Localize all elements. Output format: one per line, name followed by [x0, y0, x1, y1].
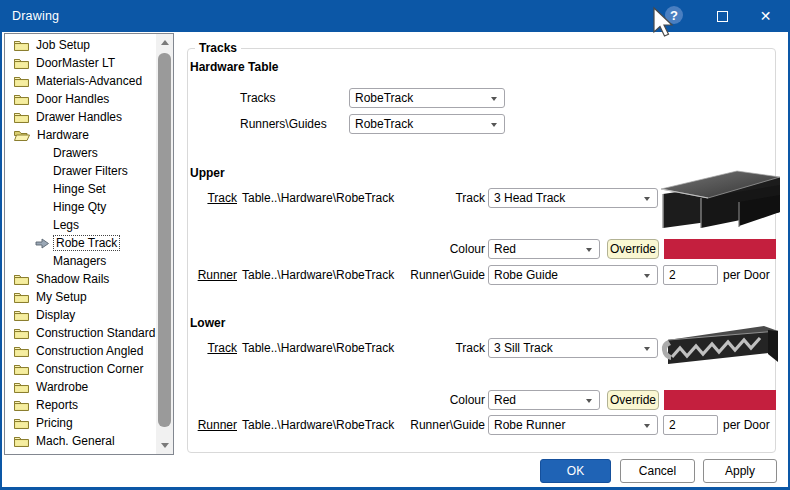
lower-per-door-label: per Door [723, 418, 770, 432]
lower-override-button[interactable]: Override [607, 390, 659, 410]
tree-item-legs[interactable]: Legs [5, 216, 155, 234]
open-folder-icon [13, 128, 31, 142]
runners-guides-combobox[interactable]: RobeTrack [349, 114, 505, 134]
scroll-down-icon [161, 443, 169, 452]
runners-guides-combobox-value: RobeTrack [350, 117, 491, 131]
maximize-button[interactable] [700, 0, 745, 32]
lower-colour-combobox-value: Red [489, 393, 586, 407]
tree-item-label: Door Handles [36, 92, 109, 106]
upper-override-button[interactable]: Override [607, 239, 659, 259]
tracks-combobox[interactable]: RobeTrack [349, 88, 505, 108]
tree-item-drawer-filters[interactable]: Drawer Filters [5, 162, 155, 180]
current-item-arrow-icon [35, 238, 50, 249]
tree-item-label: Shadow Rails [36, 272, 109, 286]
tree-item-materials-advanced[interactable]: Materials-Advanced [5, 72, 155, 90]
tree-item-drawer-handles[interactable]: Drawer Handles [5, 108, 155, 126]
tree-item-label: Drawer Filters [53, 164, 128, 178]
lower-track-label: Track [350, 341, 485, 355]
tree-item-construction-corner[interactable]: Construction Corner [5, 360, 155, 378]
tree-item-label: DoorMaster LT [36, 56, 115, 70]
apply-button[interactable]: Apply [703, 459, 777, 483]
chevron-down-icon [491, 123, 497, 130]
titlebar[interactable]: Drawing ✕ ? [0, 0, 790, 32]
upper-colour-combobox[interactable]: Red [488, 239, 600, 259]
cancel-button[interactable]: Cancel [620, 459, 695, 483]
chevron-down-icon [644, 197, 650, 204]
upper-track-label: Track [350, 191, 485, 205]
upper-qty-input[interactable] [663, 265, 718, 285]
lower-runner-combobox[interactable]: Robe Runner [488, 415, 658, 435]
tree-item-wardrobe[interactable]: Wardrobe [5, 378, 155, 396]
tree-item-label: Drawer Handles [36, 110, 122, 124]
folder-icon [13, 272, 30, 286]
tree-item-door-handles[interactable]: Door Handles [5, 90, 155, 108]
lower-colour-swatch [664, 390, 776, 410]
lower-colour-combobox[interactable]: Red [488, 390, 600, 410]
tree-item-label: Hinge Qty [53, 200, 106, 214]
lower-track-link[interactable]: Track [207, 341, 237, 355]
chevron-down-icon [644, 274, 650, 281]
tree-item-label: Construction Angled [36, 344, 143, 358]
tree-item-hardware[interactable]: Hardware [5, 126, 155, 144]
tree-item-label: Display [36, 308, 75, 322]
tracks-combobox-value: RobeTrack [350, 91, 491, 105]
lower-track-combobox-value: 3 Sill Track [489, 341, 644, 355]
tracks-row-label: Tracks [240, 91, 276, 105]
svg-text:?: ? [670, 8, 678, 23]
tree-item-label: Legs [53, 218, 79, 232]
tree-item-robe-track[interactable]: Robe Track [5, 234, 155, 252]
scroll-down-button[interactable] [156, 437, 173, 454]
window-border-left [0, 32, 2, 490]
lower-qty-input[interactable] [663, 415, 718, 435]
tree-item-mach-general[interactable]: Mach. General [5, 432, 155, 450]
tree-item-pricing[interactable]: Pricing [5, 414, 155, 432]
tree-item-reports[interactable]: Reports [5, 396, 155, 414]
upper-runner-combobox[interactable]: Robe Guide [488, 265, 658, 285]
close-button[interactable]: ✕ [743, 0, 788, 32]
lower-track-combobox[interactable]: 3 Sill Track [488, 338, 658, 358]
upper-colour-label: Colour [350, 242, 485, 256]
scroll-up-button[interactable] [156, 34, 173, 51]
tree-item-construction-standard[interactable]: Construction Standard [5, 324, 155, 342]
tree-item-doormaster-lt[interactable]: DoorMaster LT [5, 54, 155, 72]
folder-icon [13, 308, 30, 322]
hardware-table-heading: Hardware Table [190, 60, 278, 74]
runners-guides-row-label: Runners\Guides [240, 117, 327, 131]
help-cursor-icon: ? [646, 2, 692, 46]
tree-item-hinge-set[interactable]: Hinge Set [5, 180, 155, 198]
tree-item-label: Wardrobe [36, 380, 88, 394]
tree-item-managers[interactable]: Managers [5, 252, 155, 270]
window-title: Drawing [12, 9, 59, 23]
scrollbar-thumb[interactable] [158, 53, 171, 427]
chevron-down-icon [586, 399, 592, 406]
tree-item-hinge-qty[interactable]: Hinge Qty [5, 198, 155, 216]
tree-item-label: Hardware [37, 128, 89, 142]
lower-runner-link[interactable]: Runner [198, 418, 237, 432]
folder-icon [13, 290, 30, 304]
tree-item-display[interactable]: Display [5, 306, 155, 324]
drawing-dialog: Drawing ✕ ? Job SetupDoorMaster LTMateri… [0, 0, 790, 490]
tree-scrollbar[interactable] [156, 34, 173, 454]
lower-runner-combobox-value: Robe Runner [489, 418, 644, 432]
folder-icon [13, 56, 30, 70]
upper-track-combobox[interactable]: 3 Head Track [488, 188, 658, 208]
tree-item-construction-angled[interactable]: Construction Angled [5, 342, 155, 360]
tree-item-job-setup[interactable]: Job Setup [5, 36, 155, 54]
scroll-up-icon [161, 36, 169, 45]
tree-item-label: My Setup [36, 290, 87, 304]
tree-item-label: Construction Corner [36, 362, 143, 376]
tree-item-partial-item[interactable] [5, 450, 155, 455]
ok-button[interactable]: OK [540, 459, 611, 483]
upper-runner-label: Runner\Guide [350, 268, 485, 282]
tree-item-drawers[interactable]: Drawers [5, 144, 155, 162]
lower-colour-label: Colour [350, 393, 485, 407]
tree-item-my-setup[interactable]: My Setup [5, 288, 155, 306]
chevron-down-icon [644, 347, 650, 354]
tree-item-label: Job Setup [36, 38, 90, 52]
tree-item-shadow-rails[interactable]: Shadow Rails [5, 270, 155, 288]
folder-icon [13, 326, 30, 340]
tree-item-label: Mach. General [36, 434, 115, 448]
upper-track-link[interactable]: Track [207, 191, 237, 205]
settings-tree[interactable]: Job SetupDoorMaster LTMaterials-Advanced… [4, 33, 174, 455]
upper-runner-link[interactable]: Runner [198, 268, 237, 282]
